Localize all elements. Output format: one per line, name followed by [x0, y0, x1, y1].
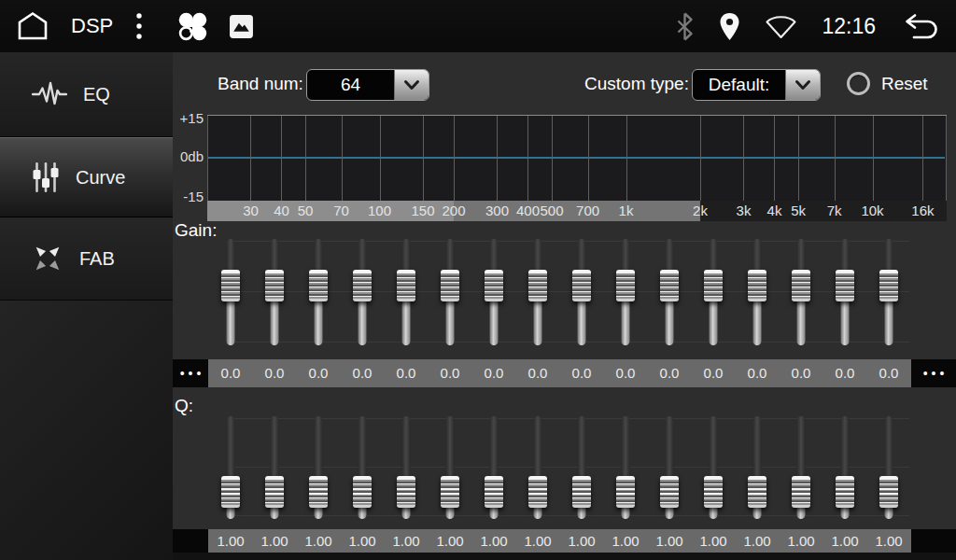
q-scroll-left-button[interactable]	[173, 529, 208, 553]
gain-slider-thumb[interactable]	[792, 270, 810, 301]
q-slider[interactable]	[219, 414, 242, 521]
gridline	[250, 116, 251, 201]
sidebar: EQ Curve	[0, 52, 173, 560]
gain-slider[interactable]	[527, 237, 549, 347]
freq-tick-label: 16k	[911, 201, 934, 221]
gain-slider[interactable]	[702, 237, 724, 347]
gain-slider[interactable]	[746, 237, 768, 347]
q-slider[interactable]	[746, 414, 768, 521]
q-slider[interactable]	[702, 414, 724, 521]
gridline	[207, 116, 208, 201]
q-slider[interactable]	[307, 414, 330, 521]
back-icon[interactable]	[900, 10, 943, 42]
gain-slider[interactable]	[570, 237, 593, 347]
q-slider-thumb[interactable]	[748, 476, 766, 508]
gain-slider[interactable]	[307, 237, 330, 347]
eq-curve-plot	[207, 115, 947, 201]
gain-slider-thumb[interactable]	[572, 270, 591, 301]
freq-tick-label: 2k	[693, 201, 708, 221]
gain-slider-thumb[interactable]	[221, 270, 240, 301]
gain-slider[interactable]	[658, 237, 681, 347]
gain-slider-thumb[interactable]	[441, 270, 459, 301]
gain-slider[interactable]	[351, 237, 373, 347]
band-num-dropdown[interactable]: 64	[306, 69, 429, 101]
overflow-menu-icon[interactable]	[135, 12, 143, 40]
freq-tick-label: 700	[576, 201, 599, 221]
gain-slider[interactable]	[614, 237, 637, 347]
gain-slider[interactable]	[219, 237, 242, 347]
q-slider[interactable]	[395, 414, 417, 521]
gain-slider-thumb[interactable]	[748, 270, 766, 301]
gain-value: 0.0	[441, 359, 460, 387]
q-scroll-right-button[interactable]	[911, 529, 956, 553]
q-slider-thumb[interactable]	[397, 476, 415, 508]
gain-slider-thumb[interactable]	[397, 270, 415, 301]
gain-slider-thumb[interactable]	[660, 270, 679, 301]
q-slider-thumb[interactable]	[704, 476, 723, 508]
fab-icon	[32, 243, 63, 274]
q-slider-thumb[interactable]	[353, 476, 372, 508]
q-slider[interactable]	[834, 414, 856, 521]
q-slider-thumb[interactable]	[836, 476, 854, 508]
gain-slider-thumb[interactable]	[309, 270, 328, 301]
chevron-down-icon[interactable]	[394, 70, 429, 100]
sidebar-item-eq[interactable]: EQ	[0, 52, 173, 137]
q-slider-thumb[interactable]	[441, 476, 459, 508]
gain-scroll-right-button[interactable]: •••	[911, 359, 956, 387]
clock: 12:16	[822, 14, 876, 39]
q-slider[interactable]	[658, 414, 681, 521]
gain-slider-thumb[interactable]	[836, 270, 854, 301]
gain-slider[interactable]	[263, 237, 286, 347]
q-slider-thumb[interactable]	[879, 476, 898, 508]
gain-slider-thumb[interactable]	[353, 270, 372, 301]
gain-slider[interactable]	[439, 237, 461, 347]
q-slider-thumb[interactable]	[309, 476, 328, 508]
q-value: 1.00	[875, 529, 902, 553]
q-slider-thumb[interactable]	[792, 476, 810, 508]
q-value: 1.00	[436, 529, 463, 553]
custom-type-dropdown[interactable]: Default:	[692, 69, 821, 101]
gain-slider[interactable]	[483, 237, 505, 347]
q-value: 1.00	[304, 529, 331, 553]
home-icon[interactable]	[13, 9, 52, 43]
q-slider-thumb[interactable]	[485, 476, 503, 508]
q-slider[interactable]	[263, 414, 286, 521]
gridline	[423, 116, 424, 201]
gain-slider-thumb[interactable]	[616, 270, 635, 301]
freq-tick-label: 150	[412, 201, 435, 221]
q-slider[interactable]	[790, 414, 812, 521]
chevron-down-icon[interactable]	[785, 70, 820, 100]
gain-scroll-left-button[interactable]: •••	[173, 359, 208, 387]
gain-slider[interactable]	[834, 237, 856, 347]
gain-slider-thumb[interactable]	[704, 270, 723, 301]
q-slider[interactable]	[878, 414, 900, 521]
reset-radio[interactable]	[847, 72, 870, 95]
q-slider-thumb[interactable]	[660, 476, 679, 508]
q-slider[interactable]	[570, 414, 593, 521]
gain-value: 0.0	[748, 359, 767, 387]
q-slider[interactable]	[439, 414, 461, 521]
gain-slider[interactable]	[878, 237, 900, 347]
q-slider-thumb[interactable]	[616, 476, 635, 508]
gain-slider-thumb[interactable]	[879, 270, 898, 301]
q-slider[interactable]	[351, 414, 373, 521]
q-slider[interactable]	[614, 414, 637, 521]
gain-slider-thumb[interactable]	[528, 270, 547, 301]
q-slider-thumb[interactable]	[265, 476, 284, 508]
gain-slider[interactable]	[395, 237, 417, 347]
gain-slider-thumb[interactable]	[265, 270, 284, 301]
sidebar-item-curve[interactable]: Curve	[0, 137, 173, 217]
q-slider-thumb[interactable]	[528, 476, 547, 508]
gain-slider-thumb[interactable]	[485, 270, 503, 301]
q-slider[interactable]	[483, 414, 505, 521]
dsp-screen: DSP	[0, 0, 956, 560]
gain-slider[interactable]	[790, 237, 812, 347]
apps-clover-icon[interactable]	[175, 8, 210, 44]
q-slider[interactable]	[527, 414, 549, 521]
q-slider-thumb[interactable]	[572, 476, 591, 508]
sidebar-item-fab[interactable]: FAB	[0, 217, 173, 301]
gain-value: 0.0	[309, 359, 329, 387]
q-slider-thumb[interactable]	[221, 476, 240, 508]
sidebar-item-label: FAB	[79, 248, 115, 270]
gallery-icon[interactable]	[229, 14, 254, 39]
